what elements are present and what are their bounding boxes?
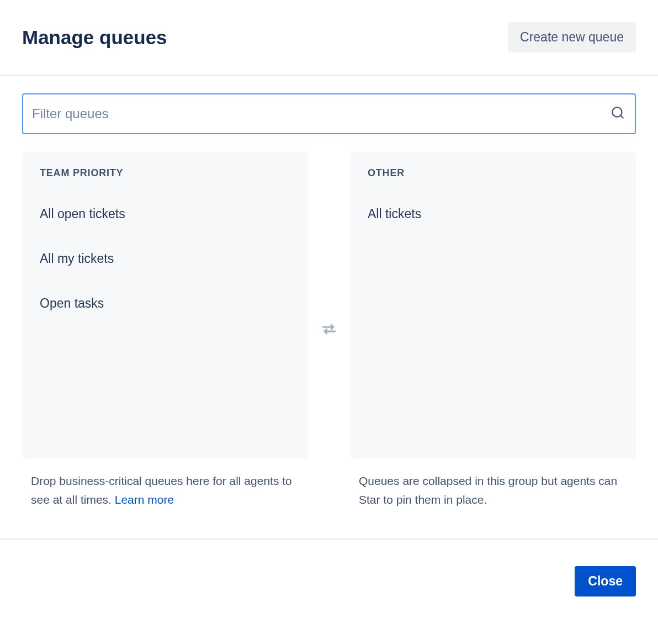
close-button[interactable]: Close — [575, 566, 636, 597]
other-helper: Queues are collapsed in this group but a… — [350, 472, 636, 509]
team-priority-header: TEAM PRIORITY — [40, 167, 290, 179]
team-priority-helper: Drop business-critical queues here for a… — [22, 472, 308, 509]
dialog-footer: Close — [0, 539, 658, 597]
team-priority-column: TEAM PRIORITY All open tickets All my ti… — [22, 152, 308, 509]
create-new-queue-button[interactable]: Create new queue — [508, 22, 636, 52]
dialog-header: Manage queues Create new queue — [0, 0, 658, 76]
search-wrapper — [22, 93, 636, 134]
queue-item[interactable]: Open tasks — [40, 288, 290, 319]
team-priority-panel[interactable]: TEAM PRIORITY All open tickets All my ti… — [22, 152, 308, 458]
other-column: OTHER All tickets Queues are collapsed i… — [350, 152, 636, 509]
other-header: OTHER — [368, 167, 618, 179]
swap-horizontal-icon — [320, 320, 338, 340]
learn-more-link[interactable]: Learn more — [115, 493, 174, 506]
queue-item[interactable]: All tickets — [368, 199, 618, 229]
page-title: Manage queues — [22, 27, 167, 49]
other-panel[interactable]: OTHER All tickets — [350, 152, 636, 458]
swap-column — [308, 152, 350, 509]
queue-item[interactable]: All open tickets — [40, 199, 290, 229]
filter-queues-input[interactable] — [22, 93, 636, 134]
dialog-content: TEAM PRIORITY All open tickets All my ti… — [0, 76, 658, 509]
queue-item[interactable]: All my tickets — [40, 244, 290, 274]
queue-columns: TEAM PRIORITY All open tickets All my ti… — [22, 152, 636, 509]
